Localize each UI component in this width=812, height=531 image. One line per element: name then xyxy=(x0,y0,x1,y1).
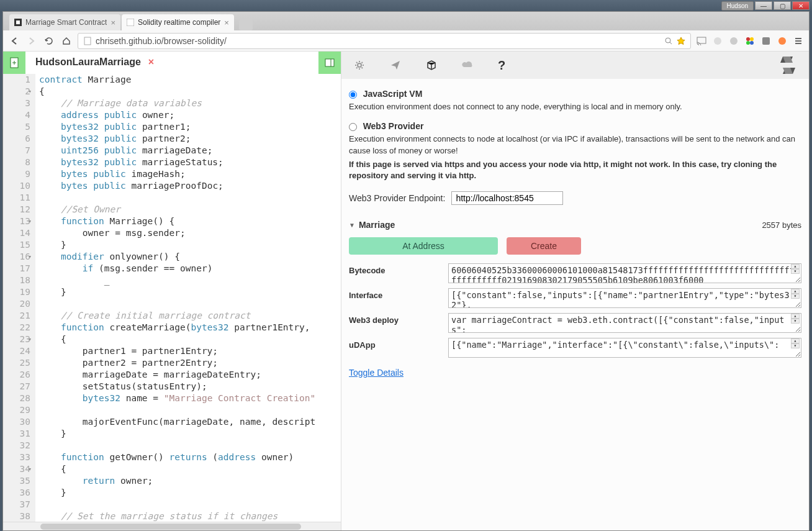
env-option-jsvm: JavaScript VM Execution environment does… xyxy=(349,89,801,112)
file-plus-icon xyxy=(9,57,19,68)
env-jsvm-title: JavaScript VM xyxy=(363,89,423,99)
tab-title: Marriage Smart Contract xyxy=(25,18,107,27)
compiler-panel: ? JavaScript VM Execution environment do… xyxy=(341,52,809,530)
close-button[interactable]: ✕ xyxy=(792,1,810,10)
reload-button[interactable] xyxy=(43,35,55,47)
gear-icon xyxy=(354,60,365,71)
output-row-interface: Interface [{"constant":false,"inputs":[{… xyxy=(349,288,801,308)
horizontal-scrollbar[interactable] xyxy=(3,522,341,530)
web3deploy-label: Web3 deploy xyxy=(349,313,448,325)
forward-button[interactable] xyxy=(25,35,38,47)
tab-title: Solidity realtime compiler xyxy=(138,18,220,27)
spinner-icon[interactable]: ▴▾ xyxy=(791,289,800,299)
browser-window: Marriage Smart Contract × Solidity realt… xyxy=(2,11,810,531)
browser-toolbar xyxy=(3,30,809,52)
endpoint-input[interactable] xyxy=(451,191,563,205)
svg-point-12 xyxy=(778,37,786,45)
interface-label: Interface xyxy=(349,288,448,300)
tab-close-icon[interactable]: × xyxy=(111,18,115,27)
svg-point-10 xyxy=(750,41,754,45)
tab-close-icon[interactable]: × xyxy=(224,18,229,27)
contract-section: ▼ Marriage 2557 bytes At Address Create … xyxy=(349,217,801,378)
endpoint-row: Web3 Provider Endpoint: xyxy=(349,191,801,205)
maximize-button[interactable]: ▢ xyxy=(774,1,791,10)
spinner-icon[interactable]: ▴▾ xyxy=(791,314,800,324)
toggle-details-link[interactable]: Toggle Details xyxy=(349,368,404,378)
os-user-badge: Hudson xyxy=(721,1,754,11)
settings-tab-icon[interactable] xyxy=(354,60,365,71)
url-bar[interactable] xyxy=(78,33,691,49)
new-file-button[interactable] xyxy=(3,52,25,74)
svg-point-9 xyxy=(746,41,750,45)
os-titlebar: Hudson — ▢ ✕ xyxy=(0,0,812,11)
interface-output[interactable]: [{"constant":false,"inputs":[{"name":"pa… xyxy=(448,288,801,308)
back-button[interactable] xyxy=(8,35,20,47)
bytecode-output[interactable]: 60606040525b33600060006101000a81548173ff… xyxy=(448,263,801,283)
create-button[interactable]: Create xyxy=(507,237,581,255)
spinner-icon[interactable]: ▴▾ xyxy=(791,338,800,348)
code-editor[interactable]: 12▾345678910111213▾141516▾17181920212223… xyxy=(3,74,341,522)
editor-header: HudsonLauraMarriage × xyxy=(3,52,341,74)
new-tab-button[interactable] xyxy=(239,19,253,30)
extension-icon-1[interactable] xyxy=(712,35,723,47)
env-web3-radio[interactable] xyxy=(349,123,357,131)
help-tab-icon[interactable]: ? xyxy=(498,58,505,73)
endpoint-label: Web3 Provider Endpoint: xyxy=(349,193,445,203)
url-input[interactable] xyxy=(96,36,661,46)
star-icon[interactable] xyxy=(677,37,685,45)
file-tab-name: HudsonLauraMarriage xyxy=(35,57,141,68)
file-tab-close-icon[interactable]: × xyxy=(148,57,154,68)
cast-icon[interactable] xyxy=(696,35,707,47)
contract-bytes: 2557 bytes xyxy=(762,220,801,230)
collapse-triangle-icon: ▼ xyxy=(349,222,355,229)
env-jsvm-label[interactable]: JavaScript VM xyxy=(349,89,422,99)
app-content: HudsonLauraMarriage × 12▾345678910111213… xyxy=(3,52,809,530)
page-icon xyxy=(83,37,92,45)
toggle-panel-button[interactable] xyxy=(318,52,341,74)
extension-icon-5[interactable] xyxy=(777,35,788,47)
udapp-label: uDApp xyxy=(349,338,448,350)
spinner-icon[interactable]: ▴▾ xyxy=(791,264,800,274)
svg-point-3 xyxy=(665,38,670,43)
tab-strip: Marriage Smart Contract × Solidity realt… xyxy=(3,12,809,30)
contract-name: Marriage xyxy=(359,220,395,230)
arrow-left-icon xyxy=(10,37,19,45)
code-content[interactable]: contract Marriage { // Marriage data var… xyxy=(35,74,341,522)
scrollbar-thumb[interactable] xyxy=(40,524,301,530)
output-row-web3deploy: Web3 deploy var marriageContract = web3.… xyxy=(349,313,801,333)
solidity-logo-icon xyxy=(779,54,796,76)
split-panel-icon xyxy=(325,58,335,67)
env-web3-warning: If this page is served via https and you… xyxy=(349,159,801,181)
minimize-button[interactable]: — xyxy=(755,1,772,10)
extension-icon-3[interactable] xyxy=(744,35,756,47)
env-web3-label[interactable]: Web3 Provider xyxy=(349,122,423,131)
udapp-output[interactable]: [{"name":"Marriage","interface":"[{\"con… xyxy=(448,338,801,358)
svg-rect-1 xyxy=(127,19,134,26)
env-option-web3: Web3 Provider Execution environment conn… xyxy=(349,121,801,181)
web3deploy-output[interactable]: var marriageContract = web3.eth.contract… xyxy=(448,313,801,333)
menu-button[interactable] xyxy=(793,35,804,47)
browser-tab-1[interactable]: Solidity realtime compiler × xyxy=(122,14,234,30)
tab-favicon-icon xyxy=(127,19,134,26)
svg-point-8 xyxy=(750,37,754,41)
publish-tab-icon[interactable] xyxy=(462,60,473,71)
paper-plane-icon xyxy=(390,60,401,71)
cloud-upload-icon xyxy=(462,60,473,71)
send-tab-icon[interactable] xyxy=(390,60,401,71)
home-button[interactable] xyxy=(60,35,73,47)
at-address-button[interactable]: At Address xyxy=(349,237,498,255)
zoom-icon[interactable] xyxy=(664,37,673,45)
editor-panel: HudsonLauraMarriage × 12▾345678910111213… xyxy=(3,52,341,530)
contract-tab-icon[interactable] xyxy=(426,60,437,71)
svg-point-6 xyxy=(730,37,738,45)
file-tab[interactable]: HudsonLauraMarriage × xyxy=(25,52,318,74)
extension-icon-4[interactable] xyxy=(760,35,772,47)
browser-tab-0[interactable]: Marriage Smart Contract × xyxy=(9,14,120,30)
output-row-udapp: uDApp [{"name":"Marriage","interface":"[… xyxy=(349,338,801,358)
contract-header[interactable]: ▼ Marriage 2557 bytes xyxy=(349,217,801,232)
env-jsvm-radio[interactable] xyxy=(349,91,357,99)
extension-icon-2[interactable] xyxy=(728,35,739,47)
svg-rect-2 xyxy=(84,37,91,45)
svg-rect-11 xyxy=(762,37,770,45)
contract-actions: At Address Create xyxy=(349,237,801,255)
